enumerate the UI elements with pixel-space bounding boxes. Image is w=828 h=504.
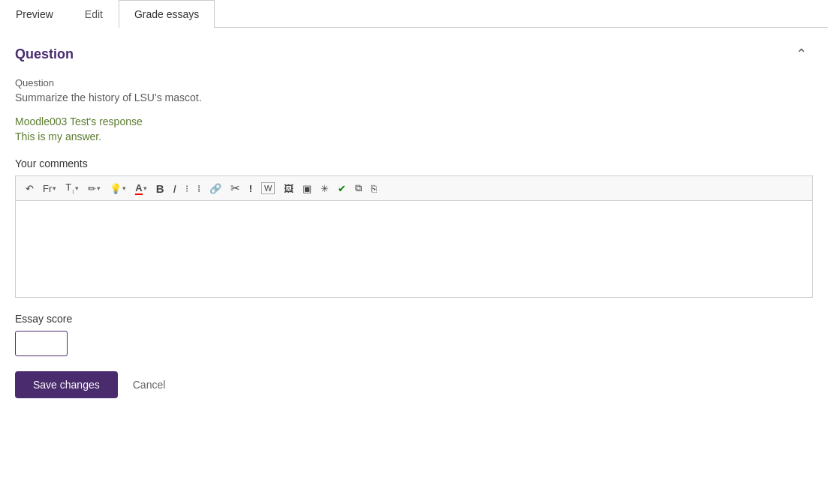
copy2-button[interactable]: ⎘ (367, 181, 381, 196)
link-icon: 🔗 (209, 183, 221, 194)
copy2-icon: ⎘ (371, 183, 377, 194)
save-changes-button[interactable]: Save changes (15, 371, 118, 398)
copy1-icon: ⧉ (355, 182, 362, 194)
ordered-list-button[interactable]: ⁞ (194, 181, 204, 196)
brush-arrow-icon: ▾ (97, 184, 101, 192)
font-color-arrow-icon: ▾ (143, 184, 147, 192)
brush-dropdown[interactable]: ✏ ▾ (84, 181, 104, 196)
essay-score-spinner: ▲ ▼ (15, 331, 68, 356)
font-family-arrow-icon: ▾ (53, 184, 56, 192)
unordered-list-icon: ⁝ (185, 183, 188, 194)
image-icon: 🖼 (284, 183, 294, 194)
main-content: Question ⌃ Question Summarize the histor… (0, 43, 828, 413)
image-button[interactable]: 🖼 (280, 181, 297, 196)
brush-icon: ✏ (88, 183, 96, 194)
font-family-icon: Fr (43, 183, 52, 194)
comment-editor[interactable] (15, 200, 813, 298)
tab-edit[interactable]: Edit (69, 0, 119, 28)
font-family-dropdown[interactable]: Fr ▾ (39, 181, 60, 196)
collapse-button[interactable]: ⌃ (790, 43, 813, 65)
bold-button[interactable]: B (152, 180, 168, 197)
comments-label: Your comments (15, 158, 813, 170)
tab-bar: Preview Edit Grade essays (0, 0, 828, 28)
section-header: Question ⌃ (15, 43, 813, 65)
exclaim-icon: ! (249, 183, 252, 194)
spinner-button[interactable]: ✳ (317, 181, 333, 196)
media-button[interactable]: ▣ (299, 181, 315, 196)
font-size-dropdown[interactable]: T↕ ▾ (62, 179, 83, 197)
bold-icon: B (156, 182, 164, 195)
response-label: Moodle003 Test's response (15, 116, 813, 128)
cancel-button[interactable]: Cancel (133, 371, 166, 398)
highlight-arrow-icon: ▾ (122, 184, 126, 192)
copy1-button[interactable]: ⧉ (351, 180, 366, 196)
highlight-dropdown[interactable]: 💡 ▾ (106, 181, 130, 196)
action-buttons: Save changes Cancel (15, 371, 813, 398)
tab-grade-essays[interactable]: Grade essays (119, 0, 215, 28)
word-icon: W (261, 182, 275, 194)
section-title: Question (15, 46, 74, 62)
word-button[interactable]: W (257, 180, 279, 196)
editor-toolbar: ↶ Fr ▾ T↕ ▾ ✏ ▾ 💡 ▾ A ▾ B I ⁝ (15, 176, 813, 200)
special-char-icon: ✂ (230, 182, 240, 195)
link-button[interactable]: 🔗 (206, 181, 225, 196)
font-color-dropdown[interactable]: A ▾ (131, 180, 150, 197)
question-label: Question (15, 77, 813, 88)
italic-button[interactable]: I (169, 180, 179, 197)
undo-button[interactable]: ↶ (22, 181, 38, 196)
tab-preview[interactable]: Preview (0, 0, 69, 28)
font-size-icon: T↕ (65, 182, 74, 195)
highlight-icon: 💡 (110, 183, 122, 194)
ordered-list-icon: ⁞ (197, 183, 200, 194)
font-color-icon: A (135, 182, 142, 195)
italic-icon: I (173, 182, 176, 195)
response-text: This is my answer. (15, 130, 813, 142)
unordered-list-button[interactable]: ⁝ (182, 181, 192, 196)
media-icon: ▣ (303, 183, 312, 194)
spinner-icon: ✳ (321, 183, 329, 194)
check-icon: ✔ (338, 183, 346, 194)
special-char-button[interactable]: ✂ (227, 179, 244, 197)
font-size-arrow-icon: ▾ (75, 184, 79, 192)
undo-icon: ↶ (26, 183, 34, 194)
check-button[interactable]: ✔ (334, 181, 350, 196)
exclaim-button[interactable]: ! (245, 181, 256, 196)
essay-score-label: Essay score (15, 313, 813, 325)
essay-score-wrapper: ▲ ▼ (15, 331, 813, 356)
question-text: Summarize the history of LSU's mascot. (15, 92, 813, 104)
essay-score-input[interactable] (16, 334, 68, 352)
